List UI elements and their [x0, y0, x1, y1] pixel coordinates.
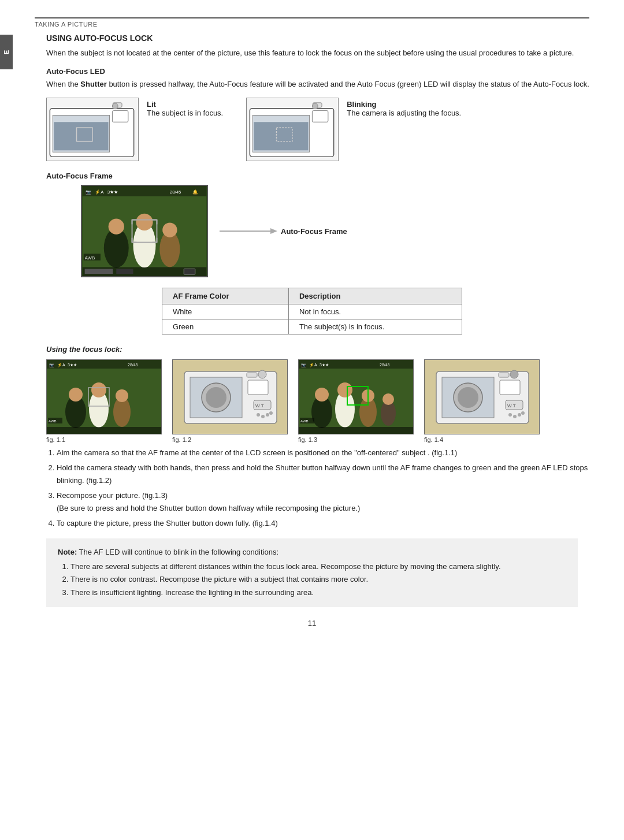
step-item: Aim the camera so that the AF frame at t…: [57, 447, 589, 459]
svg-text:AWB: AWB: [300, 419, 308, 423]
svg-marker-43: [270, 228, 277, 234]
led-fig-blinking: Blinking The camera is adjusting the foc…: [246, 98, 461, 161]
svg-rect-63: [248, 380, 268, 395]
svg-text:📷: 📷: [49, 362, 54, 367]
focus-fig-1: 📷 ⚡A 3★★ 28/45 AWB: [46, 359, 162, 443]
svg-text:28/45: 28/45: [170, 189, 181, 195]
svg-point-53: [91, 382, 106, 397]
focus-fig-2: W T fig. 1.2: [172, 359, 288, 443]
svg-point-73: [258, 370, 266, 378]
svg-point-105: [510, 370, 518, 378]
focus-fig-3: 📷 ⚡A 3★★ 28/45 AWB: [298, 359, 414, 443]
af-frame-section: Auto-Focus Frame 📷 ⚡A: [46, 172, 589, 277]
svg-point-70: [261, 415, 265, 418]
focus-fig-label-1: fig. 1.1: [46, 436, 65, 443]
svg-rect-9: [254, 122, 308, 150]
svg-text:28/45: 28/45: [128, 363, 138, 367]
page-number: 11: [35, 619, 589, 627]
note-item: There are several subjects at different …: [70, 560, 566, 573]
svg-text:AWB: AWB: [85, 255, 95, 261]
svg-point-97: [458, 387, 478, 408]
step-item: Recompose your picture. (fig.1.3)(Be sur…: [57, 489, 589, 515]
left-tab: E: [0, 35, 13, 69]
table-row: WhiteNot in focus.: [162, 304, 462, 319]
svg-point-65: [206, 387, 226, 408]
blinking-label: Blinking: [347, 100, 376, 109]
svg-rect-40: [116, 269, 133, 274]
svg-point-81: [315, 388, 329, 402]
led-caption-blinking: Blinking The camera is adjusting the foc…: [347, 100, 461, 117]
note-item: There is no color contrast. Recompose th…: [70, 573, 566, 586]
svg-point-16: [109, 219, 124, 235]
svg-text:3★★: 3★★: [320, 363, 329, 367]
led-fig-lit: Lit The subject is in focus.: [46, 98, 223, 161]
svg-point-6: [112, 103, 118, 109]
af-frame-label-text: Auto-Focus Frame: [281, 227, 347, 236]
af-arrow-line: [220, 225, 277, 237]
svg-rect-98: [499, 373, 509, 377]
svg-rect-95: [500, 380, 520, 395]
note-list: There are several subjects at different …: [70, 560, 566, 599]
camera-sketch-lit: [46, 98, 139, 161]
svg-text:W  T: W T: [255, 403, 264, 408]
blinking-description: The camera is adjusting the focus.: [347, 109, 461, 117]
svg-text:⚡A: ⚡A: [95, 189, 104, 195]
svg-text:AWB: AWB: [49, 419, 56, 423]
focus-fig-label-2: fig. 1.2: [172, 436, 191, 443]
led-caption-lit: Lit The subject is in focus.: [147, 100, 223, 117]
focus-fig-img-4: W T: [424, 359, 540, 434]
svg-text:📷: 📷: [86, 189, 91, 195]
svg-point-83: [337, 382, 352, 397]
focus-lock-title: Using the focus lock:: [46, 345, 589, 354]
svg-rect-10: [313, 111, 328, 122]
svg-point-104: [521, 411, 525, 415]
svg-text:⚡A: ⚡A: [57, 362, 65, 367]
focus-fig-4: W T fig. 1.4: [424, 359, 540, 443]
af-frame-diagram: 📷 ⚡A 3★★ 28/45 🔔: [81, 185, 589, 277]
tab-label: E: [3, 50, 10, 54]
note-box: Note: The AF LED will continue to blink …: [46, 538, 578, 607]
top-bar: TAKING A PICTURE: [35, 17, 589, 28]
svg-rect-91: [299, 427, 414, 434]
table-cell-color: Green: [162, 319, 289, 334]
svg-point-20: [162, 222, 177, 237]
svg-text:3★★: 3★★: [107, 189, 118, 195]
svg-point-13: [313, 103, 318, 109]
svg-text:⚡A: ⚡A: [309, 362, 317, 367]
led-figures: Lit The subject is in focus. Blinking: [46, 98, 589, 161]
af-frame-title: Auto-Focus Frame: [46, 172, 589, 180]
steps-list: Aim the camera so that the AF frame at t…: [57, 447, 589, 530]
table-cell-desc: Not in focus.: [288, 304, 462, 319]
table-header-desc: Description: [288, 288, 462, 304]
led-subsection-title: Auto-Focus LED: [46, 67, 589, 76]
svg-text:📷: 📷: [301, 362, 306, 367]
svg-point-71: [266, 413, 269, 417]
table-cell-color: White: [162, 304, 289, 319]
svg-text:🔔: 🔔: [192, 189, 198, 195]
svg-rect-59: [47, 427, 162, 434]
svg-point-69: [257, 413, 260, 417]
svg-point-18: [136, 214, 153, 231]
table-cell-desc: The subject(s) is in focus.: [288, 319, 462, 334]
svg-point-72: [269, 411, 273, 415]
svg-rect-41: [184, 269, 195, 274]
note-item: There is insufficient lighting. Increase…: [70, 586, 566, 599]
focus-fig-img-1: 📷 ⚡A 3★★ 28/45 AWB: [46, 359, 162, 434]
svg-rect-3: [112, 111, 128, 122]
focus-fig-img-3: 📷 ⚡A 3★★ 28/45 AWB: [298, 359, 414, 434]
lit-label: Lit: [147, 100, 156, 109]
svg-rect-66: [247, 373, 257, 377]
svg-text:W  T: W T: [507, 403, 516, 408]
focus-fig-label-3: fig. 1.3: [298, 436, 317, 443]
lit-description: The subject is in focus.: [147, 109, 223, 117]
svg-text:3★★: 3★★: [68, 363, 77, 367]
focus-fig-img-2: W T: [172, 359, 288, 434]
step-item: To capture the picture, press the Shutte…: [57, 517, 589, 530]
svg-rect-39: [85, 269, 113, 274]
svg-point-101: [508, 413, 512, 417]
camera-sketch-blinking: [246, 98, 339, 161]
table-row: GreenThe subject(s) is in focus.: [162, 319, 462, 334]
svg-point-55: [116, 389, 128, 402]
svg-rect-2: [54, 122, 108, 150]
svg-text:28/45: 28/45: [380, 363, 390, 367]
